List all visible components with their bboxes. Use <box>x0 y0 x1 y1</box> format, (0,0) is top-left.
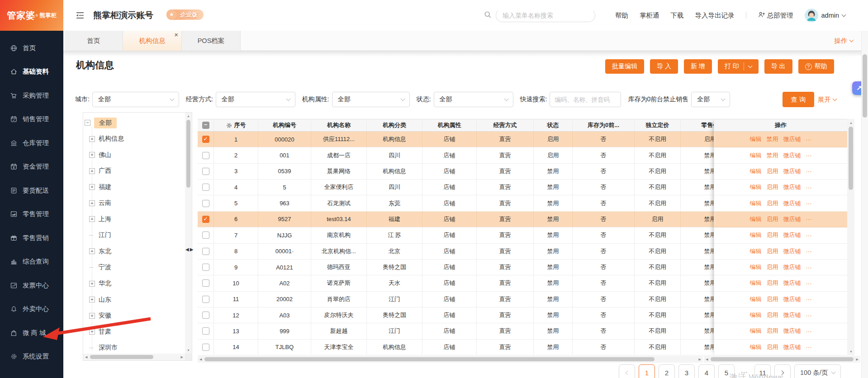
more-actions-link[interactable]: ··· <box>806 200 812 207</box>
table-horizontal-scrollbar[interactable]: ◀ ▶ <box>198 356 703 363</box>
download-link[interactable]: 下载 <box>671 11 684 20</box>
toggle-status-link[interactable]: 启用 <box>767 215 778 223</box>
toggle-status-link[interactable]: 禁用 <box>767 151 778 160</box>
toggle-status-link[interactable]: 启用 <box>767 279 778 287</box>
help-button[interactable]: ? 帮助 <box>798 59 834 74</box>
row-checkbox[interactable] <box>202 152 209 159</box>
menu-fold-icon[interactable] <box>75 11 85 20</box>
panel-splitter-handle[interactable]: ◀▶ <box>185 247 194 252</box>
hq-manage-link[interactable]: 总部管理 <box>758 11 793 20</box>
sidebar-item-chart-bar[interactable]: 综合查询 <box>0 250 63 274</box>
tree-node[interactable]: +安徽 <box>89 310 111 321</box>
scroll-right-icon[interactable]: ▶ <box>181 355 183 359</box>
edit-link[interactable]: 编辑 <box>750 231 762 239</box>
tree-vertical-scrollbar[interactable]: ▲ ▼ <box>185 113 192 354</box>
micro-shop-link[interactable]: 微店铺 <box>783 343 801 351</box>
scroll-right-icon[interactable]: ▶ <box>699 358 701 361</box>
filter-select[interactable]: 全部 <box>332 92 410 107</box>
edition-badge[interactable]: ★ 企业版 <box>166 9 204 20</box>
sidebar-item-gift[interactable]: 零售营销 <box>0 226 63 250</box>
table-row[interactable]: 9A0121德玛西亚奥特之国店铺直营禁用否不启用禁用 <box>198 260 740 275</box>
toggle-status-link[interactable]: 启用 <box>767 231 778 239</box>
edit-link[interactable]: 编辑 <box>750 279 762 287</box>
close-icon[interactable]: × <box>174 31 178 38</box>
tree-node[interactable]: +东北 <box>89 246 111 257</box>
edit-link[interactable]: 编辑 <box>750 199 762 208</box>
quick-search-input[interactable] <box>550 92 621 107</box>
edit-link[interactable]: 编辑 <box>750 295 762 303</box>
tree-expander-plus-icon[interactable]: + <box>89 297 95 302</box>
row-checkbox[interactable] <box>202 248 209 255</box>
scroll-up-icon[interactable]: ▲ <box>187 114 190 118</box>
scroll-thumb[interactable] <box>204 357 655 361</box>
sidebar-item-calendar-check[interactable]: 销售管理 <box>0 108 63 132</box>
more-actions-link[interactable]: ··· <box>806 248 812 255</box>
micro-shop-link[interactable]: 微店铺 <box>783 183 801 191</box>
import-export-log-link[interactable]: 导入导出记录 <box>695 11 735 20</box>
select-all-checkbox[interactable]: − <box>202 122 209 129</box>
row-checkbox[interactable] <box>202 279 209 287</box>
more-actions-link[interactable]: ··· <box>806 280 812 287</box>
table-row[interactable]: 2001成都一店四川店铺直营启用否不启用禁用 <box>198 147 740 163</box>
row-checkbox[interactable] <box>202 312 209 319</box>
toggle-status-link[interactable]: 启用 <box>767 247 778 255</box>
query-button[interactable]: 查 询 <box>783 92 814 107</box>
tree-node[interactable]: 江门 <box>89 230 111 241</box>
page-button-2[interactable]: 2 <box>659 364 675 378</box>
print-split-button[interactable]: 打 印 <box>718 59 759 74</box>
scroll-down-icon[interactable]: ▼ <box>849 350 853 353</box>
toggle-status-link[interactable]: 启用 <box>767 295 778 303</box>
more-actions-link[interactable]: ··· <box>806 328 812 335</box>
tree-expander-plus-icon[interactable]: + <box>89 152 95 158</box>
edit-link[interactable]: 编辑 <box>750 167 762 175</box>
micro-shop-link[interactable]: 微店铺 <box>783 199 801 208</box>
table-row[interactable]: 13999新超越江门店铺直营禁用否不启用禁用 <box>198 323 740 339</box>
table-vertical-scrollbar[interactable]: ▲ ▼ <box>847 119 854 355</box>
page-button-4[interactable]: 4 <box>698 364 715 378</box>
page-button-1[interactable]: 1 <box>639 364 655 378</box>
toggle-status-link[interactable]: 启用 <box>767 167 778 175</box>
edit-link[interactable]: 编辑 <box>750 151 762 160</box>
stock-zero-select[interactable]: 全部 <box>691 92 730 107</box>
tree-expander-minus-icon[interactable]: − <box>85 120 90 126</box>
tab-2[interactable]: POS档案 <box>182 31 241 51</box>
more-actions-link[interactable]: ··· <box>806 344 812 350</box>
tree-node[interactable]: +佛山 <box>89 149 111 161</box>
tree-node[interactable]: 宁波 <box>89 262 111 273</box>
table-row[interactable]: 14TJLBQ天津李宝全机构信息店铺直营禁用否不启用禁用 <box>198 340 740 355</box>
sidebar-item-chart-area[interactable]: 零售管理 <box>0 203 63 227</box>
scroll-left-icon[interactable]: ◀ <box>706 358 708 361</box>
micro-shop-link[interactable]: 微店铺 <box>783 311 801 319</box>
table-row[interactable]: 7NJJG南京机构江 苏店铺直营禁用否不启用禁用 <box>198 227 740 243</box>
tree-expander-plus-icon[interactable]: + <box>89 168 95 174</box>
toggle-status-link[interactable]: 启用 <box>767 199 778 208</box>
edit-link[interactable]: 编辑 <box>750 263 762 271</box>
more-actions-link[interactable]: ··· <box>806 264 812 271</box>
edit-link[interactable]: 编辑 <box>750 311 762 319</box>
tree-expander-plus-icon[interactable]: + <box>89 136 95 142</box>
tree-expander-plus-icon[interactable]: + <box>89 313 95 319</box>
import-button[interactable]: 导 入 <box>650 59 678 74</box>
toggle-status-link[interactable]: 启用 <box>767 263 778 271</box>
sidebar-item-calendar-money[interactable]: 资金管理 <box>0 155 63 179</box>
sidebar-item-list[interactable]: 要货配送 <box>0 179 63 203</box>
tab-1[interactable]: 机构信息× <box>123 31 182 51</box>
row-checkbox[interactable] <box>202 344 209 351</box>
row-checkbox[interactable] <box>202 184 209 191</box>
table-row[interactable]: 1120002肖翠的店江门店铺直营禁用否不启用禁用 <box>198 292 740 307</box>
row-checkbox[interactable] <box>202 264 209 271</box>
tree-horizontal-scrollbar[interactable]: ◀ ▶ <box>83 354 185 360</box>
row-checkbox[interactable] <box>202 168 209 175</box>
page-button-3[interactable]: 3 <box>678 364 695 378</box>
scroll-thumb[interactable] <box>863 54 867 118</box>
tree-node[interactable]: +广西 <box>89 165 111 177</box>
toggle-status-link[interactable]: 启用 <box>767 311 778 319</box>
edit-link[interactable]: 编辑 <box>750 247 762 255</box>
search-input[interactable] <box>496 9 595 22</box>
export-button[interactable]: 导 出 <box>764 59 792 74</box>
more-actions-link[interactable]: ··· <box>806 168 812 175</box>
tree-expander-plus-icon[interactable]: + <box>89 184 95 190</box>
scroll-thumb[interactable] <box>90 355 153 359</box>
table-row[interactable]: 5963石龙测试东莞店铺直营禁用否不启用禁用 <box>198 195 740 211</box>
fixed-column-horizontal-scrollbar[interactable]: ◀ ▶ <box>704 356 860 363</box>
